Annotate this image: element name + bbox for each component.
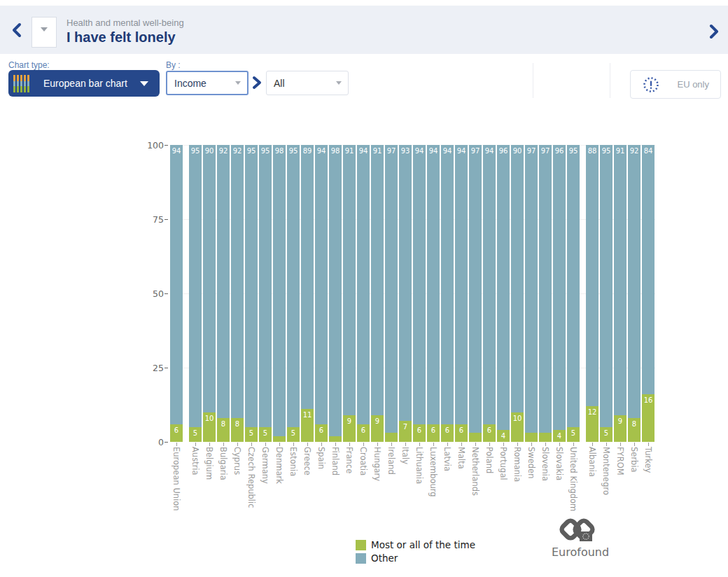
- bar-segment-most[interactable]: 5: [245, 427, 258, 442]
- bar-segment-most[interactable]: 6: [357, 424, 370, 442]
- x-axis-tick: [620, 443, 621, 446]
- bar-segment-other[interactable]: 92: [231, 145, 244, 418]
- x-axis-tick: [461, 443, 462, 446]
- bar-segment-most[interactable]: [273, 436, 286, 442]
- bar-column: 97Slovenia: [539, 145, 552, 552]
- bar-segment-other[interactable]: 90: [203, 145, 216, 412]
- bar-segment-other[interactable]: 91: [343, 145, 356, 415]
- bar-segment-most[interactable]: 9: [343, 415, 356, 442]
- bar-segment-other[interactable]: 84: [642, 145, 654, 394]
- bar-segment-most[interactable]: 4: [497, 430, 510, 442]
- bar-value-label: 6: [357, 426, 370, 434]
- bar-segment-most[interactable]: 5: [287, 427, 300, 442]
- bar-segment-other[interactable]: 95: [287, 145, 300, 427]
- legend-item[interactable]: Most or all of the time: [356, 539, 475, 550]
- x-axis-country-label: France: [344, 447, 354, 552]
- bar-segment-most[interactable]: [385, 433, 398, 442]
- bar-segment-other[interactable]: 92: [628, 145, 640, 418]
- bar-segment-most[interactable]: [469, 433, 482, 442]
- bar-segment-other[interactable]: 92: [217, 145, 230, 418]
- breakdown-select[interactable]: Income: [166, 71, 248, 95]
- bar-segment-most[interactable]: [525, 433, 538, 442]
- bar-segment-other[interactable]: 94: [413, 145, 426, 424]
- chevron-down-icon: [140, 81, 148, 86]
- bar-segment-most[interactable]: 8: [231, 418, 244, 442]
- bar-column: 946Spain: [315, 145, 328, 552]
- bar-segment-most[interactable]: 6: [315, 424, 328, 442]
- indicator-dropdown[interactable]: [31, 17, 57, 48]
- bar-column: 955United Kingdom: [567, 145, 580, 552]
- breadcrumb: Health and mental well-being: [66, 18, 184, 28]
- bar-segment-other[interactable]: 95: [189, 145, 202, 427]
- bar-segment-other[interactable]: 98: [329, 145, 342, 436]
- category-select[interactable]: All: [266, 71, 349, 95]
- chart-type-button[interactable]: European bar chart: [8, 70, 160, 97]
- bar-value-label: 6: [170, 426, 183, 434]
- bar-segment-other[interactable]: 96: [553, 145, 566, 430]
- bar-segment-other[interactable]: 89: [301, 145, 314, 409]
- bar-segment-other[interactable]: 97: [385, 145, 398, 433]
- bar-segment-other[interactable]: 94: [441, 145, 454, 424]
- bar-segment-most[interactable]: 12: [586, 406, 598, 442]
- bar-segment-other[interactable]: 95: [567, 145, 580, 427]
- bar-segment-other[interactable]: 97: [539, 145, 552, 433]
- bar-segment-most[interactable]: 10: [511, 412, 524, 442]
- bar-segment-most[interactable]: [329, 436, 342, 442]
- bar-segment-other[interactable]: 94: [455, 145, 468, 424]
- bar-segment-most[interactable]: 6: [170, 424, 183, 442]
- bar-value-label: 94: [357, 147, 370, 155]
- bar-value-label: 97: [469, 147, 482, 155]
- bar-segment-most[interactable]: 8: [628, 418, 640, 442]
- x-axis-country-label: Greece: [302, 447, 312, 552]
- bar-segment-most[interactable]: 6: [413, 424, 426, 442]
- bar-segment-other[interactable]: 94: [483, 145, 496, 424]
- bar-segment-other[interactable]: 90: [511, 145, 524, 412]
- bar-segment-other[interactable]: 88: [586, 145, 598, 406]
- bar-segment-most[interactable]: 11: [301, 409, 314, 442]
- bar-segment-other[interactable]: 94: [170, 145, 183, 424]
- x-axis-country-label: Cyprus: [232, 447, 242, 552]
- bar-value-label: 8: [628, 420, 640, 428]
- bar-segment-most[interactable]: 8: [217, 418, 230, 442]
- legend: Most or all of the timeOther: [356, 539, 475, 564]
- eu-only-toggle[interactable]: EU only: [630, 70, 721, 99]
- bar-segment-other[interactable]: 97: [469, 145, 482, 433]
- bar-segment-most[interactable]: 6: [455, 424, 468, 442]
- bar-segment-most[interactable]: 5: [567, 427, 580, 442]
- bar-segment-other[interactable]: 94: [427, 145, 440, 424]
- bar-segment-most[interactable]: 4: [553, 430, 566, 442]
- x-axis-tick: [209, 443, 210, 446]
- previous-indicator-button[interactable]: [10, 22, 25, 38]
- bar-value-label: 91: [371, 147, 384, 155]
- bar-segment-most[interactable]: 9: [614, 415, 626, 442]
- bar-value-label: 12: [586, 408, 598, 416]
- bar-segment-most[interactable]: 9: [371, 415, 384, 442]
- bar-segment-other[interactable]: 96: [497, 145, 510, 430]
- bar-segment-other[interactable]: 97: [525, 145, 538, 433]
- legend-label: Other: [371, 552, 398, 564]
- bar-segment-most[interactable]: [539, 433, 552, 442]
- bar-segment-other[interactable]: 95: [600, 145, 612, 427]
- bar-value-label: 5: [245, 429, 258, 437]
- bar-segment-most[interactable]: 10: [203, 412, 216, 442]
- bar-segment-most[interactable]: 5: [600, 427, 612, 442]
- bar-segment-other[interactable]: 93: [399, 145, 412, 421]
- bar-value-label: 9: [343, 417, 356, 425]
- bar-segment-most[interactable]: 6: [427, 424, 440, 442]
- legend-item[interactable]: Other: [356, 552, 475, 564]
- bar-segment-other[interactable]: 98: [273, 145, 286, 436]
- bar-segment-most[interactable]: 7: [399, 421, 412, 442]
- bar-column: 9010Belgium: [203, 145, 216, 552]
- bar-segment-other[interactable]: 91: [371, 145, 384, 415]
- bar-segment-other[interactable]: 95: [245, 145, 258, 427]
- next-indicator-button[interactable]: [706, 24, 721, 39]
- bar-segment-other[interactable]: 91: [614, 145, 626, 415]
- bar-segment-most[interactable]: 16: [642, 394, 654, 442]
- bar-segment-most[interactable]: 5: [259, 427, 272, 442]
- bar-segment-other[interactable]: 95: [259, 145, 272, 427]
- bar-segment-most[interactable]: 6: [441, 424, 454, 442]
- bar-segment-most[interactable]: 5: [189, 427, 202, 442]
- bar-segment-other[interactable]: 94: [357, 145, 370, 424]
- bar-segment-other[interactable]: 94: [315, 145, 328, 424]
- bar-segment-most[interactable]: 6: [483, 424, 496, 442]
